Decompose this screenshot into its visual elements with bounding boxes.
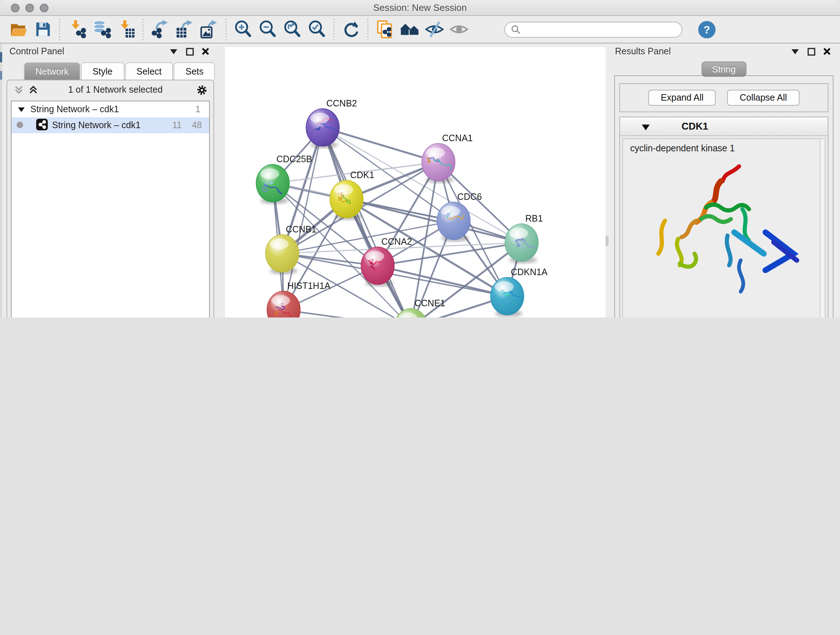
zoom-selected-icon[interactable] [305, 18, 329, 41]
import-network-database-icon[interactable] [89, 18, 114, 41]
panel-close-icon[interactable] [200, 46, 211, 57]
network-name: String Network – cdk1 [52, 120, 141, 130]
control-tab-network[interactable]: Network [24, 62, 80, 80]
gene-scrollbar[interactable] [820, 139, 825, 318]
node-label: CCNB1 [286, 224, 317, 234]
import-table-file-icon[interactable] [114, 18, 138, 41]
control-panel: Control Panel NetworkStyleSelectSets 1 o… [2, 43, 218, 318]
expand-all-button[interactable]: Expand All [649, 90, 716, 106]
network-node-ccna1[interactable]: CCNA1 [422, 133, 473, 183]
gene-symbol: CDK1 [682, 121, 708, 132]
collection-count: 1 [195, 104, 201, 114]
collapse-all-button[interactable]: Collapse All [728, 90, 799, 106]
network-group-box: 1 of 1 Network selected String Network –… [6, 80, 214, 318]
fit-content-icon[interactable] [280, 18, 305, 41]
network-collection-row[interactable]: String Network – cdk1 1 [11, 101, 209, 117]
results-panel: Results Panel String Expand All Collapse… [608, 43, 840, 318]
network-canvas[interactable]: CCNB2CCNA1CDC25BCDK1CDC6RB1CCNB1CCNA2CDK… [225, 47, 606, 318]
panel-menu-icon[interactable] [168, 46, 180, 57]
search-field[interactable] [504, 21, 682, 37]
node-label: RB1 [525, 213, 543, 223]
collection-name: String Network – cdk1 [30, 104, 119, 114]
current-network-dot-icon [11, 120, 27, 130]
network-node-hist1h1a[interactable]: HIST1H1A [267, 280, 331, 318]
network-selection-status: 1 of 1 Network selected [68, 85, 163, 95]
results-tab-string[interactable]: String [701, 62, 746, 77]
window-title: Session: New Session [0, 2, 840, 13]
results-panel-title: Results Panel [615, 46, 671, 57]
gene-section: CDK1 cyclin-dependent kinase 1 [619, 117, 829, 318]
home-icon[interactable] [397, 18, 422, 41]
panel-close-icon[interactable] [821, 46, 833, 57]
network-row-selected[interactable]: String Network – cdk1 11 48 [11, 117, 209, 133]
node-label: CDC25B [276, 154, 312, 164]
panel-float-icon[interactable] [184, 46, 195, 57]
panel-menu-icon[interactable] [789, 46, 801, 57]
node-label: CDC6 [457, 192, 482, 202]
control-panel-title: Control Panel [9, 46, 65, 57]
gene-description: cyclin-dependent kinase 1 [623, 139, 825, 154]
export-image-icon[interactable] [197, 18, 221, 41]
control-tab-style[interactable]: Style [81, 62, 125, 80]
control-tab-sets[interactable]: Sets [174, 62, 215, 80]
collection-collapse-icon[interactable] [11, 104, 30, 114]
gene-section-header[interactable]: CDK1 [620, 117, 828, 136]
show-all-eye-icon[interactable] [447, 18, 471, 41]
help-button[interactable]: ? [698, 21, 715, 38]
control-tab-select[interactable]: Select [125, 62, 173, 80]
save-session-icon[interactable] [30, 18, 55, 41]
network-node-rb1[interactable]: RB1 [505, 213, 543, 264]
app-window: Session: New Session ? [0, 0, 840, 318]
node-label: CCNE1 [415, 298, 445, 308]
network-type-icon [36, 119, 52, 132]
node-label: HIST1H1A [287, 280, 331, 291]
zoom-in-icon[interactable] [231, 18, 256, 41]
string-results-box: Expand All Collapse All CDK1 cyclin-depe… [614, 75, 834, 318]
gene-collapse-icon[interactable] [642, 120, 650, 133]
zoom-out-icon[interactable] [256, 18, 280, 41]
expand-collapse-group: Expand All Collapse All [619, 83, 829, 112]
panel-float-icon[interactable] [805, 46, 817, 57]
node-count: 11 [172, 120, 182, 130]
export-network-icon[interactable] [148, 18, 172, 41]
network-list: String Network – cdk1 1 String Network –… [11, 101, 210, 318]
network-node-cdkn1a[interactable]: CDKN1A [491, 267, 548, 317]
edge-count: 48 [192, 120, 202, 130]
refresh-view-icon[interactable] [339, 18, 363, 41]
export-table-icon[interactable] [172, 18, 197, 41]
node-label: CCNA2 [381, 236, 412, 247]
node-label: CDKN1A [511, 267, 548, 277]
protein-structure-image [641, 157, 807, 305]
node-label: CCNA1 [442, 133, 473, 143]
hide-selected-eye-icon[interactable] [422, 18, 447, 41]
network-edge[interactable] [323, 127, 439, 162]
main-toolbar: ? [0, 16, 840, 43]
node-label: CCNB2 [326, 98, 357, 108]
search-icon [511, 24, 521, 35]
gene-details: cyclin-dependent kinase 1 [622, 138, 826, 318]
import-network-file-icon[interactable] [65, 18, 89, 41]
network-options-gear-icon[interactable] [196, 85, 208, 95]
control-panel-tabs: NetworkStyleSelectSets [24, 62, 216, 80]
search-input[interactable] [521, 24, 676, 35]
duplicate-network-icon[interactable] [373, 18, 397, 41]
node-label: CDK1 [350, 170, 374, 180]
open-session-icon[interactable] [6, 18, 30, 41]
expand-all-networks-icon[interactable] [27, 85, 39, 95]
network-node-ccnb2[interactable]: CCNB2 [306, 98, 357, 149]
collapse-all-networks-icon[interactable] [13, 85, 25, 95]
title-bar: Session: New Session [0, 0, 840, 16]
